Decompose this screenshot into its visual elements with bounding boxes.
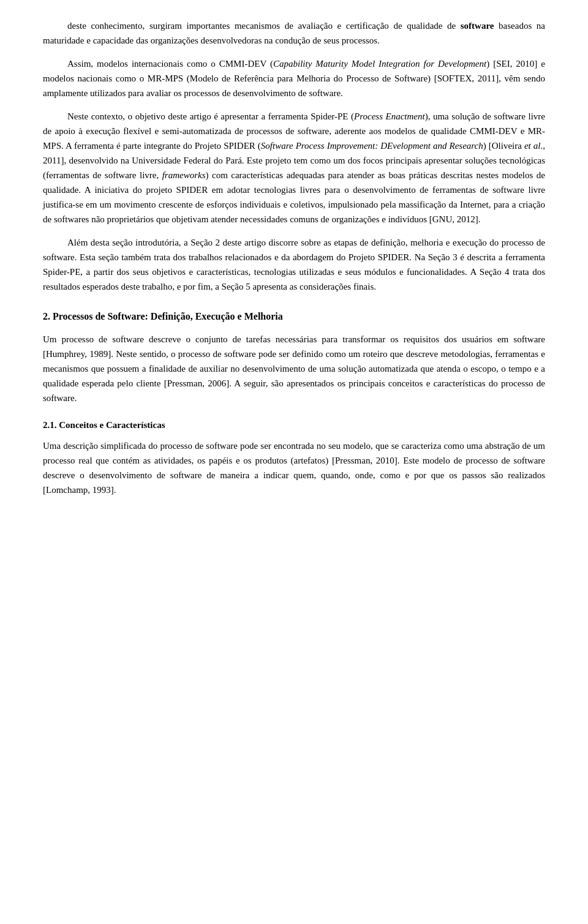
section-21-paragraph-1: Uma descrição simplificada do processo d… (43, 438, 545, 497)
section-2-paragraph-1: Um processo de software descreve o conju… (43, 332, 545, 405)
section-21-heading: 2.1. Conceitos e Características (43, 418, 545, 432)
paragraph-4: Além desta seção introdutória, a Seção 2… (43, 235, 545, 294)
paragraph-1: deste conhecimento, surgiram importantes… (43, 18, 545, 48)
section-2-heading: 2. Processos de Software: Definição, Exe… (43, 309, 545, 325)
paragraph-2: Assim, modelos internacionais como o CMM… (43, 56, 545, 100)
page-container: deste conhecimento, surgiram importantes… (0, 0, 588, 924)
paragraph-3: Neste contexto, o objetivo deste artigo … (43, 109, 545, 227)
